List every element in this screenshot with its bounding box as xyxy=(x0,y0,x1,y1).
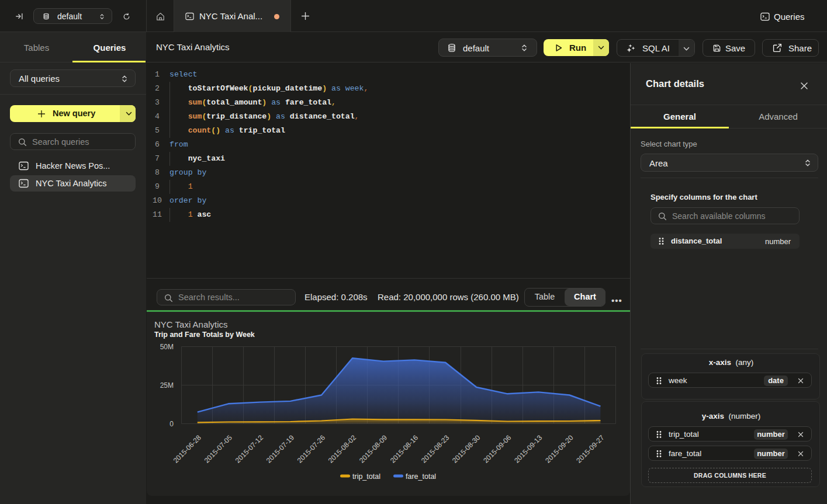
svg-text:2015-09-27: 2015-09-27 xyxy=(575,433,606,465)
svg-text:2015-09-13: 2015-09-13 xyxy=(513,433,544,465)
svg-text:2015-08-02: 2015-08-02 xyxy=(327,433,358,465)
svg-text:2015-08-09: 2015-08-09 xyxy=(358,433,389,465)
svg-text:2015-07-05: 2015-07-05 xyxy=(203,433,234,465)
svg-text:2015-06-28: 2015-06-28 xyxy=(172,433,203,465)
svg-text:2015-07-12: 2015-07-12 xyxy=(234,433,265,465)
svg-text:2015-08-30: 2015-08-30 xyxy=(451,433,482,465)
svg-text:2015-07-26: 2015-07-26 xyxy=(296,433,327,465)
svg-text:50M: 50M xyxy=(160,343,174,351)
svg-text:trip_total: trip_total xyxy=(352,472,380,481)
svg-text:0: 0 xyxy=(169,420,174,428)
svg-text:2015-09-06: 2015-09-06 xyxy=(482,433,513,465)
svg-text:2015-09-20: 2015-09-20 xyxy=(544,433,575,465)
svg-text:2015-08-23: 2015-08-23 xyxy=(420,433,451,465)
svg-text:25M: 25M xyxy=(160,381,174,390)
svg-text:fare_total: fare_total xyxy=(406,472,436,481)
svg-text:2015-08-16: 2015-08-16 xyxy=(389,433,420,465)
svg-text:2015-07-19: 2015-07-19 xyxy=(265,433,296,465)
